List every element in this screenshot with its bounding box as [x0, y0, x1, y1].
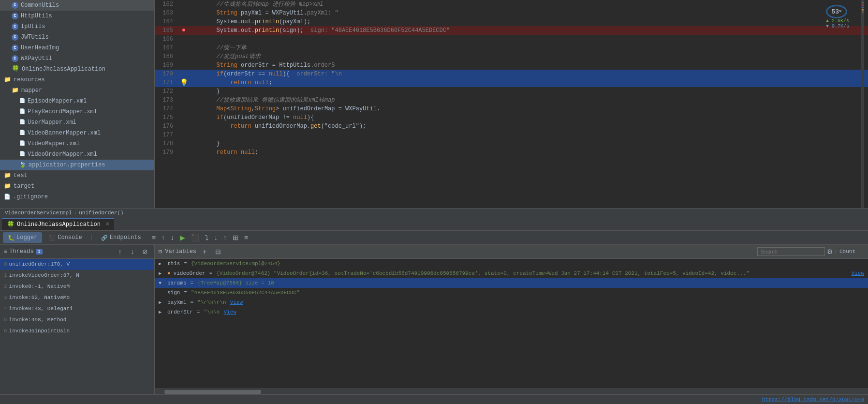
class-icon: C: [12, 45, 18, 51]
variables-add-btn[interactable]: +: [199, 247, 210, 256]
sidebar-item[interactable]: 📄VideoMapper.xml: [0, 138, 154, 149]
tb-down-btn[interactable]: ↓: [169, 233, 176, 242]
frame-item[interactable]: 2invoke0:-1, NativeM: [0, 281, 154, 292]
code-line-174: 174 Map<String,String> unifiedOrderMap =…: [155, 105, 868, 113]
line-content: //接收返回结果 将微信返回的结果xml转map: [189, 96, 868, 105]
sidebar-item[interactable]: 📁target: [0, 181, 154, 192]
code-line-171: 171💡 return null;: [155, 78, 868, 87]
sidebar-item[interactable]: 📄EpisodeMapper.xml: [0, 96, 154, 106]
var-row[interactable]: ▶this={VideoOrderServiceImpl@7454}: [155, 259, 868, 269]
app-tab-close[interactable]: ×: [106, 221, 109, 228]
sidebar-item[interactable]: CJWTUtils: [0, 32, 154, 43]
status-url[interactable]: https://blog.csdn.net/q736317048: [762, 397, 864, 403]
expand-btn[interactable]: ▼: [159, 281, 165, 286]
sidebar-item[interactable]: CWXPayUtil: [0, 53, 154, 64]
minimap-block-red: [862, 4, 864, 6]
line-number: 175: [155, 113, 179, 122]
expand-btn[interactable]: ▶: [159, 309, 165, 315]
tb-step-into-btn[interactable]: ↓: [212, 233, 220, 242]
tb-up-btn[interactable]: ↑: [160, 233, 167, 242]
expand-btn[interactable]: ▶: [159, 270, 165, 276]
search-input[interactable]: [757, 247, 825, 256]
sidebar-item[interactable]: 📄PlayRecordMapper.xml: [0, 106, 154, 117]
var-eq: =: [184, 261, 187, 267]
tab-endpoints[interactable]: 🔗 Endpoints: [96, 232, 146, 243]
line-number: 179: [155, 148, 179, 157]
frame-item[interactable]: 1invokeVideoOrder:87, N: [0, 270, 154, 281]
vars-scroll[interactable]: ▶this={VideoOrderServiceImpl@7454}▶●vide…: [155, 259, 868, 389]
frame-number: 6: [4, 328, 7, 334]
sidebar-label: CommonUtils: [21, 1, 59, 10]
expand-btn[interactable]: ▶: [159, 299, 165, 305]
sidebar: CCommonUtilsCHttpUtilsCIpUtilsCJWTUtilsC…: [0, 0, 155, 208]
frame-label: invoke0:43, Delegati: [9, 306, 73, 312]
variables-title: Variables: [165, 248, 196, 255]
sidebar-item[interactable]: CHttpUtils: [0, 11, 154, 21]
tab-logger[interactable]: 🐛 Logger: [3, 232, 42, 243]
tb-run-to-cursor-btn[interactable]: ⊞: [231, 233, 240, 242]
sidebar-item[interactable]: 📄VideoOrderMapper.xml: [0, 149, 154, 160]
app-tab-bar: 🍀 OnlineJhclassApplication ×: [0, 217, 868, 231]
view-link[interactable]: View: [230, 299, 243, 305]
var-row[interactable]: sign="48AEE4618E5B636D60F52C44A5EDECDC": [155, 288, 868, 298]
app-tab-online[interactable]: 🍀 OnlineJhclassApplication ×: [2, 218, 114, 230]
code-line-169: 169 String orderStr = HttpUtils.orderS: [155, 61, 868, 70]
sidebar-label: .gitignore: [13, 193, 48, 201]
file-icon: 📄: [4, 193, 11, 201]
tab-console[interactable]: ⬛ Console: [44, 232, 87, 243]
line-number: 174: [155, 105, 179, 113]
frame-number: 5: [4, 317, 7, 323]
app-tab-icon: 🍀: [7, 221, 15, 228]
variables-collapse-btn[interactable]: ⊟: [213, 247, 223, 256]
code-line-178: 178 }: [155, 139, 868, 148]
tb-stop-btn[interactable]: ⬛: [189, 233, 201, 242]
sidebar-item[interactable]: 🍃application.properties: [0, 160, 154, 170]
tb-menu-btn[interactable]: ≡: [150, 233, 158, 242]
sidebar-item[interactable]: 📄VideoBannerMapper.xml: [0, 128, 154, 138]
frame-item[interactable]: 3invoke:62, NativeMo: [0, 292, 154, 303]
line-number: 173: [155, 96, 179, 105]
view-link[interactable]: View: [223, 309, 236, 315]
threads-up-btn[interactable]: ↑: [115, 247, 125, 256]
line-content: System.out.println(sign); sign: "48AEE46…: [189, 26, 868, 35]
count-label: Count: [835, 249, 864, 254]
sidebar-item[interactable]: 📄.gitignore: [0, 192, 154, 202]
perf-percent: 53: [831, 8, 839, 15]
class-icon: C: [12, 13, 18, 19]
breakpoint-icon[interactable]: ●: [182, 26, 186, 34]
frame-item[interactable]: 6invokeJoinpointUsin: [0, 326, 154, 337]
sidebar-item[interactable]: CCommonUtils: [0, 0, 154, 11]
threads-down-btn[interactable]: ↓: [127, 247, 138, 256]
tb-step-out-btn[interactable]: ↑: [221, 233, 229, 242]
var-row[interactable]: ▶payXml="\r\n\r\nView: [155, 298, 868, 307]
threads-filter-btn[interactable]: ⊘: [140, 247, 150, 256]
xml-icon: 📄: [19, 150, 25, 159]
sidebar-label: JWTUtils: [21, 33, 49, 42]
frame-item[interactable]: 5invoke:498, Method: [0, 314, 154, 326]
sidebar-item[interactable]: 📁resources: [0, 75, 154, 85]
gear-button[interactable]: ⚙: [827, 248, 833, 255]
frame-item[interactable]: 4invoke0:43, Delegati: [0, 303, 154, 314]
perf-circle: 53×: [826, 5, 847, 18]
tb-step-over-btn[interactable]: ⤵: [203, 233, 210, 242]
console-label: Console: [58, 234, 82, 241]
view-link[interactable]: View: [852, 270, 864, 276]
var-row[interactable]: ▼params={TreeMap@7586} size = 10: [155, 278, 868, 288]
line-content: }: [189, 87, 868, 96]
horizontal-scroll[interactable]: [155, 389, 868, 394]
var-row[interactable]: ▶●videoOrder={VideoOrder@7462} "VideoOrd…: [155, 269, 868, 278]
tb-resume-btn[interactable]: ▶: [178, 233, 187, 242]
tb-eval-btn[interactable]: ≡: [242, 233, 250, 242]
sidebar-item[interactable]: 🍀OnlineJhclassApplication: [0, 64, 154, 75]
frame-label: invoke:498, Method: [9, 317, 67, 323]
sidebar-item[interactable]: CUserHeadImg: [0, 43, 154, 53]
expand-btn[interactable]: ▶: [159, 261, 165, 267]
xml-icon: 📄: [19, 129, 25, 137]
sidebar-item[interactable]: 📁mapper: [0, 85, 154, 96]
frame-item[interactable]: 0unifiedOrder:170, V: [0, 259, 154, 270]
sidebar-item[interactable]: CIpUtils: [0, 21, 154, 32]
sidebar-item[interactable]: 📄UserMapper.xml: [0, 117, 154, 128]
sidebar-item[interactable]: 📁test: [0, 170, 154, 181]
minimap-block2: [862, 12, 864, 13]
var-row[interactable]: ▶orderStr="\n\nView: [155, 307, 868, 317]
